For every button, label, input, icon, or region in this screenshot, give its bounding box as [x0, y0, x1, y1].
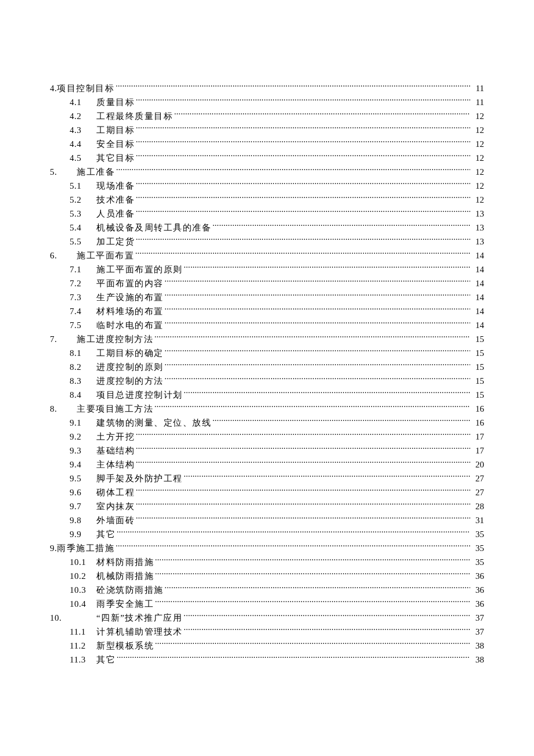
toc-entry: 11.1计算机辅助管理技术37 — [70, 625, 484, 639]
toc-leader — [165, 291, 471, 301]
toc-number: 11.2 — [70, 639, 96, 653]
toc-title: 项目控制目标 — [57, 81, 114, 95]
toc-title: 进度控制的方法 — [96, 374, 164, 388]
toc-leader — [155, 597, 470, 607]
toc-number: 11.1 — [70, 625, 96, 639]
toc-leader — [212, 416, 470, 426]
toc-leader — [154, 333, 470, 343]
toc-page-number: 16 — [471, 416, 484, 430]
toc-leader — [154, 402, 470, 412]
toc-leader — [116, 82, 470, 92]
toc-number: 4.1 — [70, 95, 96, 109]
toc-page-number: 14 — [471, 290, 484, 304]
toc-page-number: 36 — [471, 583, 484, 597]
toc-entry: 5.4机械设备及周转工具的准备13 — [70, 221, 484, 235]
toc-number: 9.6 — [70, 485, 96, 499]
toc-entry: 7.施工进度控制方法15 — [50, 332, 484, 346]
toc-page-number: 13 — [471, 221, 484, 235]
toc-number: 5.2 — [70, 193, 96, 207]
toc-number: 8.1 — [70, 346, 96, 360]
toc-title: 其它 — [96, 527, 116, 541]
toc-number: 10.3 — [70, 583, 96, 597]
toc-leader — [136, 207, 470, 217]
toc-number: 7. — [50, 332, 77, 346]
toc-entry: 8.1工期目标的确定15 — [70, 346, 484, 360]
toc-entry: 7.2平面布置的内容14 — [70, 276, 484, 290]
toc-title: 加工定货 — [96, 235, 135, 249]
toc-number: 9.9 — [70, 527, 96, 541]
toc-entry: 7.4材料堆场的布置14 — [70, 304, 484, 318]
toc-leader — [136, 179, 470, 189]
toc-number: 10.1 — [70, 555, 96, 569]
toc-page-number: 36 — [471, 597, 484, 611]
toc-title: 施工准备 — [77, 165, 115, 179]
toc-number: 4.4 — [70, 137, 96, 151]
toc-leader — [174, 110, 470, 120]
toc-entry: 9.3基础结构17 — [70, 444, 484, 458]
toc-leader — [155, 570, 470, 579]
toc-entry: 8.3进度控制的方法15 — [70, 374, 484, 388]
toc-leader — [136, 138, 470, 147]
toc-page-number: 15 — [471, 388, 484, 402]
toc-title: 进度控制的原则 — [96, 360, 164, 374]
toc-leader — [136, 486, 470, 496]
toc-page-number: 14 — [471, 249, 484, 262]
toc-entry: 4.项目控制目标11 — [50, 81, 484, 95]
toc-entry: 11.3其它38 — [70, 653, 484, 667]
toc-title: 安全目标 — [96, 137, 135, 151]
toc-number: 9.3 — [70, 444, 96, 458]
toc-page-number: 37 — [471, 611, 484, 625]
toc-number: 5.4 — [70, 221, 96, 235]
toc-entry: 9.9 其它35 — [70, 527, 484, 541]
toc-page-number: 36 — [471, 569, 484, 583]
toc-entry: 9.5脚手架及外防护工程27 — [70, 471, 484, 485]
toc-entry: 9.1建筑物的测量、定位、放线16 — [70, 416, 484, 430]
toc-leader — [136, 458, 470, 468]
toc-title: 主要项目施工方法 — [77, 402, 153, 416]
toc-entry: 9.4主体结构20 — [70, 458, 484, 471]
toc-entry: 9.2土方开挖17 — [70, 430, 484, 444]
toc-leader — [184, 472, 471, 482]
toc-entry: 4.5其它目标12 — [70, 151, 484, 165]
toc-number: 7.2 — [70, 276, 96, 290]
toc-page-number: 14 — [471, 276, 484, 290]
toc-number: 4.2 — [70, 109, 96, 123]
toc-title: 生产设施的布置 — [96, 290, 164, 304]
toc-title: 临时水电的布置 — [96, 318, 164, 332]
toc-title: 项目总进度控制计划 — [96, 388, 183, 402]
toc-entry: 8.2进度控制的原则15 — [70, 360, 484, 374]
toc-entry: 11.2新型模板系统38 — [70, 639, 484, 653]
toc-number: 9. — [50, 541, 57, 555]
toc-leader — [136, 514, 470, 524]
toc-entry: 5.3人员准备13 — [70, 207, 484, 221]
toc-title: 建筑物的测量、定位、放线 — [96, 416, 211, 430]
toc-number: 7.3 — [70, 290, 96, 304]
toc-number: 9.7 — [70, 499, 96, 513]
toc-leader — [136, 500, 470, 510]
toc-page-number: 12 — [471, 151, 484, 165]
toc-page-number: 17 — [471, 444, 484, 458]
toc-page: 4.项目控制目标114.1质量目标114.2工程最终质量目标124.3工期目标1… — [0, 0, 534, 736]
toc-page-number: 12 — [471, 109, 484, 123]
toc-leader — [155, 556, 470, 566]
toc-title: 平面布置的内容 — [96, 276, 164, 290]
toc-number: 4.5 — [70, 151, 96, 165]
toc-leader — [165, 305, 471, 315]
toc-title: 雨季施工措施 — [57, 541, 114, 555]
toc-page-number: 15 — [471, 374, 484, 388]
toc-page-number: 17 — [471, 430, 484, 444]
toc-title: 其它目标 — [96, 151, 135, 165]
toc-entry: 4.3工期目标12 — [70, 123, 484, 137]
toc-title: 砼浇筑防雨措施 — [96, 583, 164, 597]
toc-page-number: 15 — [471, 332, 484, 346]
toc-page-number: 15 — [471, 360, 484, 374]
toc-title: 施工平面布置的原则 — [96, 262, 183, 276]
toc-leader — [117, 528, 470, 538]
toc-number: 9.4 — [70, 458, 96, 471]
toc-leader — [136, 444, 470, 454]
toc-number: 4.3 — [70, 123, 96, 137]
toc-title: 材料防雨措施 — [96, 555, 154, 569]
toc-leader — [184, 263, 471, 273]
toc-page-number: 28 — [471, 499, 484, 513]
toc-entry: 9.7室内抹灰28 — [70, 499, 484, 513]
